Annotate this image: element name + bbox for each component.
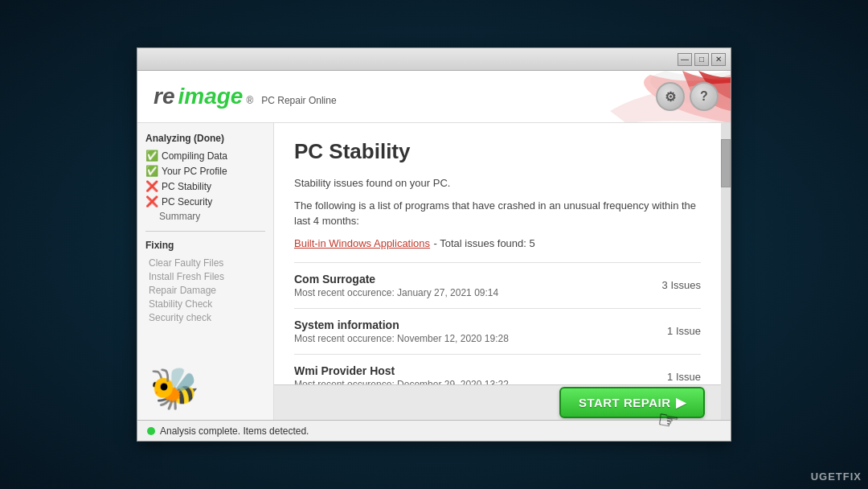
description1: Stability issues found on your PC. (294, 175, 701, 191)
fixing-section-title: Fixing (145, 240, 265, 251)
sidebar-fixing-security: Security check (145, 312, 265, 323)
issue-date: Most recent occurence: January 27, 2021 … (294, 287, 498, 298)
close-button[interactable]: ✕ (711, 53, 726, 66)
app-window: — □ ✕ reimage® PC Repair Online ⚙ ? Anal… (137, 47, 731, 442)
check-icon: ✅ (145, 150, 158, 162)
sidebar-divider (145, 231, 265, 232)
bee-mascot: 🐝 (149, 365, 199, 412)
logo-image: image (178, 84, 243, 109)
x-icon: ❌ (145, 180, 158, 192)
sidebar-item-label: PC Stability (162, 181, 211, 192)
page-title: PC Stability (294, 139, 701, 164)
sidebar-item-compiling-data: ✅ Compiling Data (145, 149, 265, 162)
status-text: Analysis complete. Items detected. (160, 425, 309, 437)
sidebar-fixing-repair: Repair Damage (145, 285, 265, 296)
check-icon: ✅ (145, 165, 158, 177)
titlebar: — □ ✕ (137, 48, 731, 71)
minimize-button[interactable]: — (678, 53, 692, 66)
header-icons: ⚙ ? (656, 82, 719, 111)
sidebar-fixing-install: Install Fresh Files (145, 271, 265, 282)
issue-details: Com Surrogate Most recent occurence: Jan… (294, 273, 498, 298)
issue-item-wmi-provider: Wmi Provider Host Most recent occurence:… (294, 354, 701, 385)
sidebar-item-pc-stability: ❌ PC Stability (145, 179, 265, 193)
issue-count: 1 Issue (667, 325, 701, 337)
sidebar-item-label: Your PC Profile (162, 166, 227, 177)
sidebar: Analyzing (Done) ✅ Compiling Data ✅ Your… (137, 123, 274, 420)
arrow-icon: ▶ (676, 395, 686, 410)
built-in-windows-link[interactable]: Built-in Windows Applications (294, 237, 430, 249)
app-body: Analyzing (Done) ✅ Compiling Data ✅ Your… (137, 123, 731, 420)
sidebar-item-pc-profile: ✅ Your PC Profile (145, 164, 265, 178)
x-icon: ❌ (145, 195, 158, 208)
sidebar-item-label: Compiling Data (162, 150, 227, 162)
issue-name: Wmi Provider Host (294, 364, 509, 377)
analyzing-section-title: Analyzing (Done) (145, 133, 265, 144)
issue-details: System information Most recent occurence… (294, 318, 509, 344)
watermark: UGETFIX (811, 471, 862, 483)
description2: The following is a list of programs that… (294, 198, 701, 229)
logo: reimage® PC Repair Online (154, 84, 337, 109)
issue-details: Wmi Provider Host Most recent occurence:… (294, 364, 509, 385)
sidebar-item-label: Summary (159, 211, 200, 222)
sidebar-fixing-stability: Stability Check (145, 298, 265, 310)
scrollbar-thumb[interactable] (721, 139, 731, 187)
issue-name: System information (294, 318, 509, 331)
logo-tagline: PC Repair Online (261, 95, 336, 106)
scrollbar[interactable] (721, 123, 731, 420)
sidebar-fixing-clear: Clear Faulty Files (145, 257, 265, 269)
issue-item-com-surrogate: Com Surrogate Most recent occurence: Jan… (294, 262, 701, 308)
logo-reg: ® (246, 95, 253, 106)
issue-item-system-info: System information Most recent occurence… (294, 308, 701, 354)
issue-date: Most recent occurence: November 12, 2020… (294, 333, 509, 344)
content-area: PC Stability Stability issues found on y… (274, 123, 721, 384)
main-content: PC Stability Stability issues found on y… (274, 123, 721, 420)
issue-name: Com Surrogate (294, 273, 498, 286)
sidebar-item-pc-security: ❌ PC Security (145, 195, 265, 208)
app-header: reimage® PC Repair Online ⚙ ? (137, 71, 731, 123)
issues-header-row: Built-in Windows Applications - Total is… (294, 236, 701, 250)
issue-count: 3 Issues (662, 279, 701, 291)
settings-icon-button[interactable]: ⚙ (656, 82, 685, 111)
logo-re: re (154, 84, 174, 109)
start-repair-button[interactable]: START REPAIR ▶ (559, 387, 705, 418)
sidebar-item-summary: Summary (145, 210, 265, 223)
status-dot-icon (147, 427, 155, 435)
issue-count: 1 Issue (667, 371, 701, 383)
start-repair-label: START REPAIR (579, 396, 671, 409)
footer-bar: START REPAIR ▶ (274, 384, 721, 420)
sidebar-item-label: PC Security (162, 196, 212, 208)
issue-date: Most recent occurence: December 29, 2020… (294, 379, 509, 385)
total-issues-text: - Total issues found: 5 (434, 237, 535, 249)
help-icon-button[interactable]: ? (690, 82, 719, 111)
status-bar: Analysis complete. Items detected. (137, 420, 731, 441)
maximize-button[interactable]: □ (694, 53, 709, 66)
